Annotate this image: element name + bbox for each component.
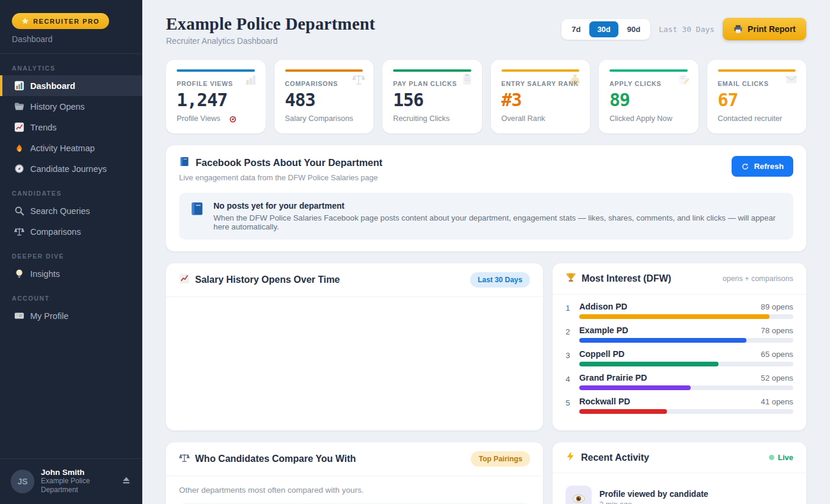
progress-track bbox=[579, 338, 793, 343]
rank-number: 2 bbox=[566, 326, 572, 343]
time-range-control: 7d 30d 90d bbox=[561, 19, 650, 40]
stat-value: 67 bbox=[718, 90, 796, 110]
stat-label: PROFILE VIEWS bbox=[177, 80, 255, 87]
sidebar-item-label: My Profile bbox=[30, 311, 68, 321]
department-name: Rockwall PD bbox=[579, 397, 630, 406]
facebook-card-subtitle: Live engagement data from the DFW Police… bbox=[179, 173, 382, 182]
salary-history-chart-card: Salary History Opens Over Time Last 30 D… bbox=[166, 263, 543, 430]
refresh-icon bbox=[741, 162, 749, 171]
folder-icon bbox=[14, 101, 24, 111]
lightning-icon bbox=[566, 451, 576, 464]
range-7d-button[interactable]: 7d bbox=[564, 21, 588, 37]
refresh-label: Refresh bbox=[754, 162, 784, 171]
eject-icon[interactable] bbox=[121, 475, 132, 488]
page-header: Example Police Department Recruiter Anal… bbox=[166, 14, 806, 46]
line-chart-icon bbox=[179, 273, 190, 286]
stat-sublabel: Clicked Apply Now bbox=[609, 114, 688, 123]
facebook-posts-card: Facebook Posts About Your Department Liv… bbox=[166, 145, 806, 251]
sidebar-item-my-profile[interactable]: My Profile bbox=[0, 305, 142, 326]
page-title: Example Police Department bbox=[166, 14, 375, 34]
sidebar-item-search-queries[interactable]: Search Queries bbox=[0, 200, 142, 221]
compare-description: Other departments most often compared wi… bbox=[179, 486, 530, 495]
department-name: Example PD bbox=[579, 326, 628, 335]
activity-item: Profile viewed by candidate 2 min ago bbox=[566, 478, 793, 504]
bar-chart-icon bbox=[14, 81, 24, 91]
blue-book-icon bbox=[179, 156, 190, 170]
empty-state-title: No posts yet for your department bbox=[213, 201, 783, 210]
stat-value: 156 bbox=[393, 90, 471, 110]
sidebar-item-trends[interactable]: Trends bbox=[0, 117, 142, 138]
chart-card-title: Salary History Opens Over Time bbox=[195, 275, 340, 285]
sidebar-item-activity-heatmap[interactable]: Activity Heatmap bbox=[0, 138, 142, 158]
sidebar-item-label: History Opens bbox=[30, 102, 85, 111]
sidebar-item-label: Dashboard bbox=[30, 81, 75, 91]
activity-time: 2 min ago bbox=[599, 500, 708, 504]
live-badge: Live bbox=[769, 453, 793, 462]
stat-sublabel: Salary Comparisons bbox=[285, 114, 363, 123]
envelope-icon bbox=[785, 73, 798, 88]
leaderboard-row: 1 Addison PD89 opens bbox=[566, 302, 793, 319]
opens-count: 78 opens bbox=[761, 326, 793, 335]
range-90d-button[interactable]: 90d bbox=[620, 21, 648, 37]
sidebar-item-dashboard[interactable]: Dashboard bbox=[0, 75, 142, 96]
stat-value: 483 bbox=[285, 90, 363, 110]
scales-icon bbox=[14, 227, 24, 237]
stat-card-email-clicks: EMAIL CLICKS 67 Contacted recruiter bbox=[707, 60, 807, 133]
range-30d-button[interactable]: 30d bbox=[589, 21, 618, 37]
stat-card-entry-salary-rank: $ ENTRY SALARY RANK #3 Overall Rank bbox=[491, 60, 590, 133]
stat-card-apply-clicks: APPLY CLICKS 89 Clicked Apply Now bbox=[599, 60, 698, 133]
print-report-button[interactable]: Print Report bbox=[723, 18, 806, 40]
sidebar: RECRUITER PRO Dashboard ANALYTICS Dashbo… bbox=[0, 0, 142, 504]
stat-value: 89 bbox=[609, 90, 688, 110]
opens-count: 89 opens bbox=[761, 302, 793, 311]
rank-number: 3 bbox=[566, 349, 572, 366]
opens-count: 52 opens bbox=[761, 374, 793, 382]
stat-value: 1,247 bbox=[177, 90, 255, 110]
stat-card-pay-plan-clicks: PAY PLAN CLICKS 156 Recruiting Clicks bbox=[382, 60, 482, 133]
rank-number: 4 bbox=[566, 373, 572, 390]
badge-label: RECRUITER PRO bbox=[33, 18, 100, 25]
recent-activity-card: Recent Activity Live Profile viewed by c… bbox=[553, 442, 806, 504]
refresh-button[interactable]: Refresh bbox=[732, 156, 793, 177]
sidebar-item-comparisons[interactable]: Comparisons bbox=[0, 221, 142, 242]
leaderboard-row: 4 Grand Prairie PD52 opens bbox=[566, 373, 793, 390]
live-dot-icon bbox=[769, 455, 774, 460]
opens-count: 65 opens bbox=[761, 350, 793, 359]
stat-label: APPLY CLICKS bbox=[609, 80, 688, 87]
user-org: Example Police Department bbox=[41, 477, 106, 495]
progress-fill bbox=[579, 338, 746, 343]
sidebar-item-candidate-journeys[interactable]: Candidate Journeys bbox=[0, 158, 142, 179]
sidebar-item-insights[interactable]: Insights bbox=[0, 263, 142, 284]
rank-number: 5 bbox=[566, 397, 572, 414]
section-account: ACCOUNT bbox=[0, 284, 142, 305]
stat-sublabel: Overall Rank bbox=[502, 114, 580, 123]
leaderboard-row: 3 Coppell PD65 opens bbox=[566, 349, 793, 366]
clipboard-icon bbox=[461, 73, 474, 88]
eye-icon bbox=[566, 486, 592, 504]
stat-sublabel: Profile Views bbox=[177, 114, 221, 123]
facebook-card-title: Facebook Posts About Your Department bbox=[196, 157, 382, 168]
printer-icon bbox=[733, 24, 743, 34]
top-pairings-badge: Top Pairings bbox=[471, 451, 530, 467]
progress-fill bbox=[579, 385, 691, 390]
id-card-icon bbox=[14, 311, 24, 321]
chart-range-badge: Last 30 Days bbox=[470, 272, 530, 288]
trophy-icon bbox=[566, 272, 576, 285]
empty-state-body: When the DFW Police Salaries Facebook pa… bbox=[213, 213, 783, 231]
most-interest-card: Most Interest (DFW) opens + comparisons … bbox=[553, 263, 806, 430]
sidebar-item-history-opens[interactable]: History Opens bbox=[0, 96, 142, 117]
stat-card-comparisons: COMPARISONS 483 Salary Comparisons bbox=[274, 60, 374, 133]
sidebar-user-card: JS John Smith Example Police Department bbox=[0, 458, 142, 504]
opens-count: 41 opens bbox=[761, 397, 793, 406]
stat-value: #3 bbox=[502, 90, 580, 110]
scales-icon bbox=[352, 73, 365, 88]
sidebar-header: RECRUITER PRO Dashboard bbox=[0, 0, 142, 54]
bulb-icon bbox=[14, 269, 24, 279]
recruiter-pro-badge: RECRUITER PRO bbox=[12, 13, 109, 29]
sidebar-item-label: Comparisons bbox=[30, 227, 81, 237]
progress-track bbox=[579, 362, 793, 366]
target-icon bbox=[229, 114, 238, 125]
progress-fill bbox=[579, 314, 770, 319]
sidebar-item-label: Candidate Journeys bbox=[30, 164, 107, 174]
live-label: Live bbox=[778, 453, 793, 462]
